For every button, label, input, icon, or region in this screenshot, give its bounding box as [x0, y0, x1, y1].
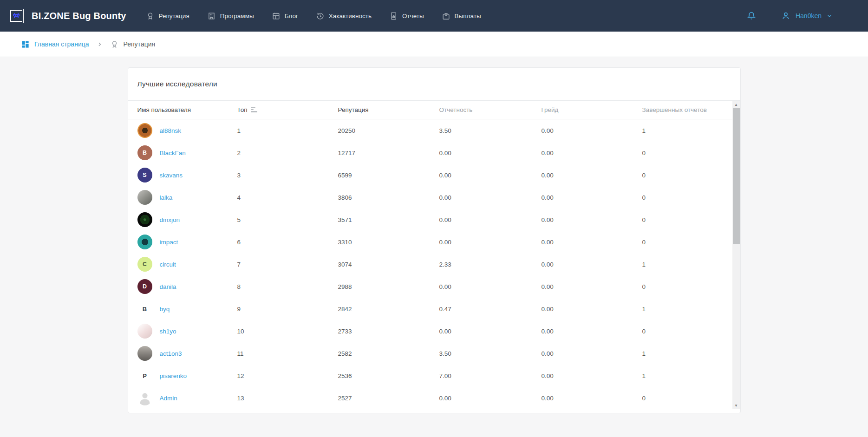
- username-link[interactable]: sh1yo: [160, 328, 176, 335]
- dashboard-icon: [21, 40, 30, 49]
- reporting-value: 3.50: [439, 127, 542, 134]
- reporting-value: 0.00: [439, 395, 542, 402]
- column-header-completed-reports[interactable]: Завершенных отчетов: [642, 106, 729, 113]
- researchers-table: Имя пользователя Топ Репутация Отчетност…: [128, 101, 740, 409]
- completed-reports-value: 1: [642, 261, 729, 268]
- avatar: [137, 123, 152, 138]
- avatar: D: [137, 279, 152, 294]
- notifications-button[interactable]: [746, 11, 757, 21]
- column-header-reputation[interactable]: Репутация: [338, 106, 439, 113]
- user-cell: C circuit: [137, 257, 237, 272]
- user-cell: S skavans: [137, 168, 237, 183]
- blog-icon: [272, 12, 281, 20]
- completed-reports-value: 0: [642, 172, 729, 179]
- grade-value: 0.00: [542, 150, 642, 157]
- reporting-value: 7.00: [439, 372, 542, 379]
- reporting-value: 0.00: [439, 150, 542, 157]
- scrollbar-up-arrow[interactable]: ▲: [732, 101, 740, 108]
- username-link[interactable]: Admin: [160, 395, 177, 402]
- reputation-value: 2842: [338, 306, 439, 313]
- reporting-value: 0.00: [439, 194, 542, 201]
- table-row: al88nsk 1 20250 3.50 0.00 1: [128, 119, 740, 142]
- building-icon: [207, 12, 216, 20]
- nav-item-hackactivity[interactable]: Хакактивность: [316, 12, 372, 20]
- user-cell: sh1yo: [137, 324, 237, 339]
- user-cell: B byq: [137, 301, 237, 316]
- reputation-value: 20250: [338, 127, 439, 134]
- reporting-value: 0.00: [439, 172, 542, 179]
- bell-icon: [746, 11, 757, 21]
- user-cell: P pisarenko: [137, 368, 237, 383]
- scrollbar-thumb[interactable]: [733, 108, 740, 244]
- grade-value: 0.00: [542, 261, 642, 268]
- reputation-value: 6599: [338, 172, 439, 179]
- username-link[interactable]: skavans: [160, 172, 183, 179]
- grade-value: 0.00: [542, 328, 642, 335]
- nav-item-reputation[interactable]: Репутация: [146, 12, 189, 20]
- rank-value: 10: [237, 328, 338, 335]
- user-cell: lalka: [137, 190, 237, 205]
- reporting-value: 0.00: [439, 216, 542, 223]
- avatar: [137, 212, 152, 227]
- table-row: B BlackFan 2 12717 0.00 0.00 0: [128, 142, 740, 164]
- grade-value: 0.00: [542, 194, 642, 201]
- account-username: Han0ken: [796, 12, 822, 20]
- table-row: D danila 8 2988 0.00 0.00 0: [128, 275, 740, 298]
- reputation-value: 3806: [338, 194, 439, 201]
- nav-item-reports[interactable]: Отчеты: [389, 12, 424, 20]
- username-link[interactable]: byq: [160, 306, 170, 313]
- user-cell: act1on3: [137, 346, 237, 361]
- report-icon: [389, 12, 398, 20]
- rank-value: 11: [237, 350, 338, 357]
- table-scrollbar[interactable]: ▲ ▼: [732, 101, 740, 409]
- username-link[interactable]: lalka: [160, 194, 173, 201]
- table-row: Admin 13 2527 0.00 0.00 0: [128, 387, 740, 409]
- scrollbar-down-arrow[interactable]: ▼: [732, 402, 740, 409]
- user-cell: impact: [137, 235, 237, 249]
- completed-reports-value: 0: [642, 283, 729, 290]
- column-header-reporting[interactable]: Отчетность: [439, 106, 542, 113]
- bug-icon: [13, 13, 20, 18]
- avatar: [137, 346, 152, 361]
- avatar-letter: S: [143, 172, 146, 178]
- person-placeholder-icon: [137, 391, 152, 405]
- username-link[interactable]: impact: [160, 239, 178, 246]
- breadcrumb-home-link[interactable]: Главная страница: [21, 40, 89, 49]
- chevron-right-icon: [97, 41, 103, 47]
- username-link[interactable]: al88nsk: [160, 127, 182, 134]
- rank-value: 6: [237, 239, 338, 246]
- column-header-grade[interactable]: Грейд: [542, 106, 642, 113]
- avatar-letter: P: [143, 373, 147, 379]
- username-link[interactable]: dmxjon: [160, 216, 180, 223]
- reputation-value: 12717: [338, 150, 439, 157]
- reputation-value: 2536: [338, 372, 439, 379]
- brand-logo[interactable]: BI.ZONE Bug Bounty: [10, 9, 126, 23]
- column-header-username[interactable]: Имя пользователя: [137, 106, 237, 113]
- nav-item-blog[interactable]: Блог: [272, 12, 298, 20]
- completed-reports-value: 0: [642, 216, 729, 223]
- reporting-value: 0.00: [439, 328, 542, 335]
- rank-value: 2: [237, 150, 338, 157]
- breadcrumb-separator: [97, 41, 103, 47]
- nav-item-payouts[interactable]: Выплаты: [442, 12, 481, 20]
- column-header-top[interactable]: Топ: [237, 106, 338, 113]
- rank-value: 8: [237, 283, 338, 290]
- avatar: B: [137, 301, 152, 316]
- username-link[interactable]: act1on3: [160, 350, 182, 357]
- top-navbar: BI.ZONE Bug Bounty Репутация Программы Б…: [0, 0, 868, 32]
- rank-value: 4: [237, 194, 338, 201]
- nav-item-programs[interactable]: Программы: [207, 12, 254, 20]
- account-menu[interactable]: Han0ken: [781, 11, 833, 21]
- reporting-value: 2.33: [439, 261, 542, 268]
- avatar: S: [137, 168, 152, 183]
- username-link[interactable]: danila: [160, 283, 176, 290]
- username-link[interactable]: pisarenko: [160, 372, 187, 379]
- username-link[interactable]: BlackFan: [160, 150, 186, 157]
- username-link[interactable]: circuit: [160, 261, 176, 268]
- table-row: P pisarenko 12 2536 7.00 0.00 1: [128, 365, 740, 387]
- rank-value: 7: [237, 261, 338, 268]
- breadcrumb-current: Репутация: [110, 40, 156, 49]
- completed-reports-value: 0: [642, 150, 729, 157]
- sort-descending-icon[interactable]: [251, 107, 257, 112]
- completed-reports-value: 1: [642, 127, 729, 134]
